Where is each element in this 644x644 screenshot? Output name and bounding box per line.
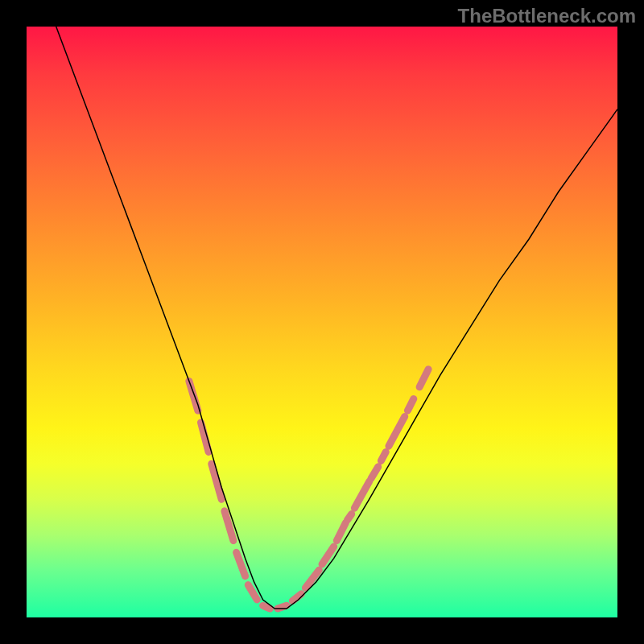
marker-segment [371, 467, 378, 479]
chart-frame: TheBottleneck.com [0, 0, 644, 644]
marker-segments [189, 369, 428, 609]
marker-segment [263, 605, 270, 609]
marker-segment [381, 452, 386, 460]
watermark-text: TheBottleneck.com [458, 5, 636, 27]
chart-overlay [27, 27, 617, 617]
marker-segment [354, 481, 369, 508]
marker-segment [336, 523, 345, 541]
marker-segment [248, 585, 257, 600]
marker-segment [419, 369, 428, 387]
marker-segment [407, 398, 413, 411]
marker-segment [348, 514, 352, 520]
marker-segment [225, 511, 233, 541]
bottleneck-curve [56, 27, 617, 609]
